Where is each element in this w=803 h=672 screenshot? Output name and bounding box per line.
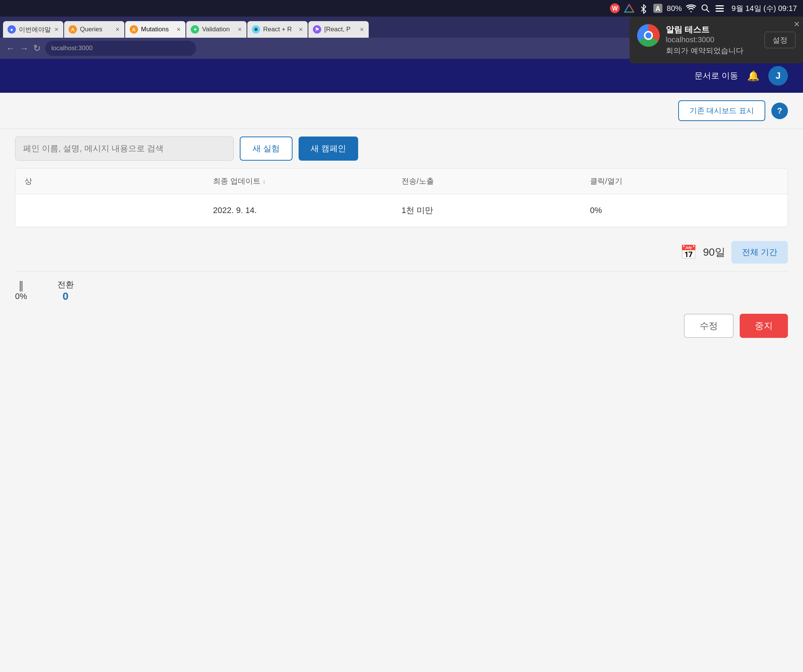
tab3-close[interactable]: ✕ [176,26,181,33]
all-period-button[interactable]: 전체 기간 [731,241,788,264]
reload-button[interactable]: ↻ [33,43,41,54]
stat-conversion-icon: ‖ 0% [15,279,27,301]
col-header-name: 상 [24,176,213,186]
tab5-close[interactable]: ✕ [299,26,303,33]
tab-item-1[interactable]: ● 이번에야말 ✕ [3,21,63,38]
show-dashboard-button[interactable]: 기존 대시보드 표시 [678,100,765,121]
text-icon: A [653,3,663,13]
notification-title: 알림 테스트 [666,24,759,36]
svg-point-7 [702,5,707,10]
svg-rect-10 [715,8,724,9]
campaign-table: 상 최종 업데이트 ↓ 전송/노출 클릭/열기 2022. 9. 14. 1천 … [15,168,788,228]
tab-item-4[interactable]: ✦ Validation ✕ [186,21,247,38]
bar-chart-icon: ‖ [18,279,24,291]
sort-icon: ↓ [263,178,266,185]
notification-close-button[interactable]: ✕ [793,20,800,29]
header-right: 문서로 이동 🔔 J [694,66,788,86]
stat-conversion-pct: 0% [15,291,27,301]
conversion-value: 0 [63,290,68,303]
tab5-favicon: ⚛ [252,25,260,34]
bluetooth-icon [638,3,649,13]
calendar-icon: 📅 [680,244,697,260]
tab6-close[interactable]: ✕ [360,26,364,33]
tab1-label: 이번에야말 [19,25,51,34]
go-to-docs-link[interactable]: 문서로 이동 [694,70,738,81]
chrome-icon [637,24,660,47]
user-avatar[interactable]: J [768,66,788,86]
tab5-label: React + R [263,26,292,33]
tab2-close[interactable]: ✕ [115,26,120,33]
notification-content: 알림 테스트 localhost:3000 회의가 예약되었습니다 [666,24,759,56]
stat-conversion-count: 전환 0 [57,279,74,303]
cell-send-exposure: 1천 미만 [402,205,590,216]
tab3-label: Mutations [141,26,169,33]
tab4-close[interactable]: ✕ [237,26,242,33]
bottom-action-buttons: 수정 중지 [0,303,803,349]
table-row[interactable]: 2022. 9. 14. 1천 미만 0% [15,194,788,227]
back-button[interactable]: ← [6,43,15,54]
tab1-favicon: ● [8,25,16,34]
table-header: 상 최종 업데이트 ↓ 전송/노출 클릭/열기 [15,169,788,194]
cell-click-open: 0% [590,205,779,216]
svg-line-3 [629,5,634,12]
notification-bell-icon[interactable]: 🔔 [747,70,759,82]
svg-rect-9 [715,5,724,7]
col-header-click-open: 클릭/열기 [590,176,779,186]
stop-button[interactable]: 중지 [740,314,788,338]
col-header-last-updated[interactable]: 최종 업데이트 ↓ [213,176,402,186]
content-area: 새 실험 새 캠페인 상 최종 업데이트 ↓ 전송/노출 클릭/열기 [0,129,803,349]
system-icons: W A 80% [610,3,797,13]
stats-row: ‖ 0% 전환 0 [0,272,803,303]
tab6-favicon: ⚑ [313,25,321,34]
forward-button[interactable]: → [20,43,29,54]
system-prefs-icon[interactable] [714,3,725,13]
notification-popup: 알림 테스트 localhost:3000 회의가 예약되었습니다 설정 ✕ [629,16,803,63]
sub-toolbar: 기존 대시보드 표시 ? [0,93,803,129]
svg-rect-11 [715,11,724,12]
notification-url: localhost:3000 [666,36,759,44]
svg-text:A: A [655,5,660,13]
tab-item-6[interactable]: ⚑ [React, P ✕ [308,21,369,38]
tab6-label: [React, P [324,26,351,33]
svg-marker-2 [625,5,634,12]
tab-item-3[interactable]: A Mutations ✕ [125,21,185,38]
tab3-favicon: A [130,25,138,34]
address-bar[interactable]: localhost:3000 [51,44,93,52]
main-content: 문서로 이동 🔔 J 기존 대시보드 표시 ? 새 실험 새 캠페인 상 최종 … [0,59,803,672]
tab4-favicon: ✦ [191,25,199,34]
chrome-inner-circle [644,31,653,40]
date-filter-bar: 📅 90일 전체 기간 [0,233,803,271]
datetime-display: 9월 14일 (수) 09:17 [732,3,797,13]
cell-last-updated: 2022. 9. 14. [213,205,402,216]
tab-item-5[interactable]: ⚛ React + R ✕ [247,21,308,38]
tab1-close[interactable]: ✕ [54,26,59,33]
battery-status: 80% [667,4,682,13]
system-search-icon[interactable] [700,3,710,13]
system-bar: W A 80% [0,0,803,16]
wechat-icon: W [610,3,620,13]
cell-name [24,205,213,216]
tab4-label: Validation [202,26,229,33]
days-label: 90일 [703,245,725,259]
tab2-favicon: A [68,25,77,34]
help-button[interactable]: ? [771,103,788,119]
tab2-label: Queries [80,26,102,33]
conversion-label: 전환 [57,279,74,290]
wifi-icon [686,3,696,13]
notification-settings-button[interactable]: 설정 [764,32,795,48]
new-campaign-button[interactable]: 새 캠페인 [299,137,358,161]
search-action-bar: 새 실험 새 캠페인 [0,129,803,168]
new-experiment-button[interactable]: 새 실험 [240,137,293,161]
svg-text:W: W [612,5,618,12]
tab-item-2[interactable]: A Queries ✕ [64,21,124,38]
notification-message: 회의가 예약되었습니다 [666,46,759,56]
svg-line-8 [707,10,709,13]
col-header-send-exposure: 전송/노출 [402,176,590,186]
drive-icon [624,3,634,13]
app-header: 문서로 이동 🔔 J [0,59,803,93]
edit-button[interactable]: 수정 [684,314,734,338]
campaign-search-input[interactable] [15,137,234,161]
